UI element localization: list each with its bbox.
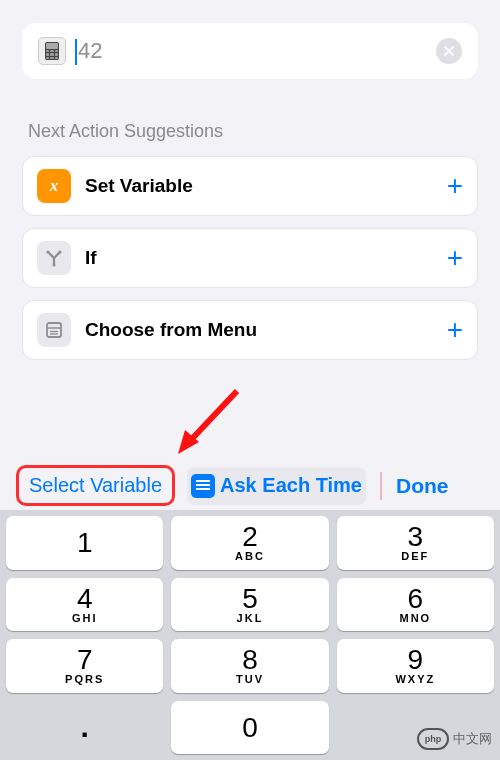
annotation-arrow — [175, 386, 245, 454]
key-3[interactable]: 3DEF — [337, 516, 494, 570]
chat-icon — [191, 474, 215, 498]
clear-button[interactable] — [436, 38, 462, 64]
suggestion-set-variable[interactable]: x Set Variable + — [22, 156, 478, 216]
svg-line-8 — [189, 391, 237, 442]
variable-icon: x — [37, 169, 71, 203]
plus-icon: + — [447, 314, 463, 346]
key-7[interactable]: 7PQRS — [6, 639, 163, 693]
key-0[interactable]: 0 — [171, 701, 328, 755]
numeric-keypad: 1 2ABC 3DEF 4GHI 5JKL 6MNO 7PQRS 8TUV 9W… — [0, 510, 500, 760]
branch-icon — [37, 241, 71, 275]
ask-each-time-label: Ask Each Time — [220, 474, 362, 497]
select-variable-button[interactable]: Select Variable — [16, 465, 175, 506]
svg-point-1 — [59, 251, 62, 254]
done-button[interactable]: Done — [396, 474, 449, 498]
plus-icon: + — [447, 170, 463, 202]
svg-marker-9 — [178, 430, 199, 454]
svg-point-0 — [47, 251, 50, 254]
suggestion-label: Set Variable — [85, 175, 433, 197]
key-5[interactable]: 5JKL — [171, 578, 328, 632]
key-2[interactable]: 2ABC — [171, 516, 328, 570]
key-6[interactable]: 6MNO — [337, 578, 494, 632]
suggestion-choose-menu[interactable]: Choose from Menu + — [22, 300, 478, 360]
suggestions-header: Next Action Suggestions — [28, 121, 472, 142]
key-4[interactable]: 4GHI — [6, 578, 163, 632]
input-value: 42 — [78, 38, 102, 63]
key-decimal[interactable]: . — [6, 701, 163, 755]
text-cursor — [75, 39, 77, 65]
suggestion-label: Choose from Menu — [85, 319, 433, 341]
key-1[interactable]: 1 — [6, 516, 163, 570]
key-backspace[interactable] — [337, 701, 494, 755]
ask-each-time-button[interactable]: Ask Each Time — [187, 467, 366, 505]
plus-icon: + — [447, 242, 463, 274]
menu-icon — [37, 313, 71, 347]
suggestion-if[interactable]: If + — [22, 228, 478, 288]
svg-point-2 — [53, 264, 56, 267]
number-input[interactable]: 42 — [78, 38, 424, 64]
svg-rect-3 — [47, 323, 61, 337]
suggestions-list: x Set Variable + If + Choose from Menu + — [22, 156, 478, 360]
number-input-card: 42 — [22, 23, 478, 79]
toolbar-separator — [380, 472, 382, 500]
suggestion-label: If — [85, 247, 433, 269]
key-8[interactable]: 8TUV — [171, 639, 328, 693]
key-9[interactable]: 9WXYZ — [337, 639, 494, 693]
calculator-icon — [38, 37, 66, 65]
